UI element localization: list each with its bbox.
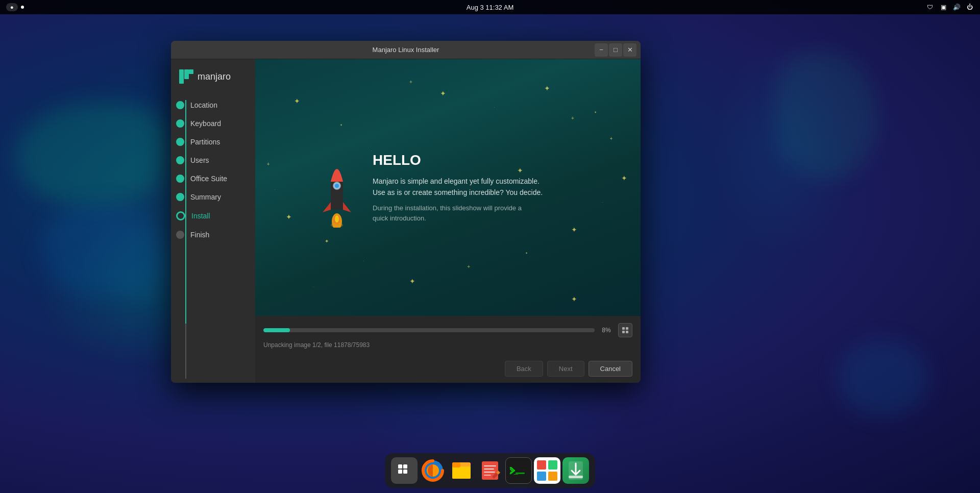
svg-rect-17 (403, 470, 407, 474)
slideshow: ✦ ✦ + ✦ · ✦ ✦ + ✦ · ✦ ✦ + ✦ · ✦ ✦ · + · (255, 59, 641, 316)
progress-status-text: Unpacking image 1/2, file 11878/75983 (263, 341, 632, 349)
step-dot-summary (176, 193, 184, 201)
installer-window: Manjaro Linux Installer − □ ✕ manjaro (171, 41, 641, 383)
svg-rect-0 (179, 69, 184, 84)
svg-rect-10 (622, 327, 625, 330)
step-label-finish: Finish (190, 231, 209, 239)
step-dot-partitions (176, 138, 184, 146)
maximize-button[interactable]: □ (609, 43, 622, 57)
progress-area: 8% Unpacking image 1/2, file 11878/75983 (255, 316, 641, 357)
next-button[interactable]: Next (547, 361, 584, 377)
step-dot-install (176, 211, 185, 220)
footer-buttons: Back Next Cancel (255, 357, 641, 383)
window-body: manjaro Location Keyboard Partitions (171, 59, 641, 383)
cancel-button[interactable]: Cancel (589, 361, 632, 377)
hello-subdescription: During the installation, this slideshow … (373, 203, 625, 223)
svg-rect-25 (484, 469, 494, 470)
dock-item-text-editor[interactable] (477, 457, 503, 484)
back-button[interactable]: Back (505, 361, 543, 377)
svg-rect-12 (622, 331, 625, 333)
taskbar-clock: Aug 3 11:32 AM (467, 4, 514, 11)
sidebar-item-keyboard[interactable]: Keyboard (171, 114, 255, 133)
titlebar: Manjaro Linux Installer − □ ✕ (171, 41, 641, 59)
step-label-install: Install (191, 212, 210, 220)
slideshow-icon (622, 327, 629, 334)
svg-rect-30 (537, 460, 546, 470)
svg-rect-22 (452, 462, 460, 467)
svg-rect-1 (184, 69, 189, 79)
progress-bar-background (263, 328, 595, 332)
step-label-location: Location (190, 101, 217, 109)
manjaro-logo-icon (179, 69, 193, 84)
power-icon: ⏻ (966, 3, 974, 11)
minimize-button[interactable]: − (595, 43, 608, 57)
svg-rect-32 (537, 472, 546, 481)
dock-item-terminal[interactable]: $_ (505, 457, 532, 484)
dock-item-app-grid[interactable] (391, 457, 418, 484)
svg-rect-27 (484, 475, 491, 476)
svg-point-8 (335, 184, 339, 188)
step-label-office-suite: Office Suite (190, 175, 227, 183)
hello-content: HELLO Manjaro is simple and elegant yet … (373, 152, 625, 224)
taskbar: ● Aug 3 11:32 AM 🛡 ▣ 🔊 ⏻ (0, 0, 980, 14)
svg-rect-11 (626, 327, 628, 330)
main-content: ✦ ✦ + ✦ · ✦ ✦ + ✦ · ✦ ✦ + ✦ · ✦ ✦ · + · (255, 59, 641, 383)
svg-rect-2 (189, 69, 193, 74)
dock-item-colors[interactable] (534, 457, 560, 484)
rocket-illustration (316, 146, 357, 230)
svg-rect-15 (403, 464, 407, 469)
taskbar-pill: ● (6, 3, 18, 11)
sidebar-item-install[interactable]: Install (171, 206, 255, 226)
sidebar-logo: manjaro (171, 69, 255, 96)
step-label-summary: Summary (190, 193, 221, 201)
step-dot-location (176, 101, 184, 109)
dock-item-files[interactable] (448, 457, 475, 484)
step-label-users: Users (190, 156, 209, 164)
svg-rect-26 (484, 472, 495, 473)
step-dot-office-suite (176, 175, 184, 183)
sidebar-item-summary[interactable]: Summary (171, 188, 255, 206)
steps-container: Location Keyboard Partitions Users Offic… (171, 96, 255, 383)
progress-row: 8% (263, 323, 632, 337)
step-label-partitions: Partitions (190, 138, 220, 146)
progress-slideshow-button[interactable] (618, 323, 632, 337)
dock-item-firefox[interactable] (420, 457, 446, 484)
svg-rect-14 (398, 464, 402, 469)
shield-icon: 🛡 (926, 3, 934, 11)
svg-rect-21 (452, 466, 471, 479)
close-button[interactable]: ✕ (623, 43, 636, 57)
window-title: Manjaro Linux Installer (373, 46, 439, 54)
svg-rect-16 (398, 470, 402, 474)
step-label-keyboard: Keyboard (190, 119, 221, 128)
svg-rect-31 (548, 460, 557, 470)
sidebar-item-office-suite[interactable]: Office Suite (171, 169, 255, 188)
logo-text: manjaro (198, 71, 231, 82)
dock-item-installer[interactable] (562, 457, 589, 484)
volume-icon: 🔊 (952, 3, 961, 11)
progress-percent: 8% (599, 327, 614, 334)
hello-title: HELLO (373, 152, 625, 168)
datetime-display: Aug 3 11:32 AM (467, 4, 514, 11)
svg-rect-13 (626, 331, 628, 333)
svg-point-5 (335, 215, 339, 223)
hello-description: Manjaro is simple and elegant yet fully … (373, 176, 625, 199)
progress-bar-fill (263, 328, 290, 332)
step-dot-finish (176, 231, 184, 239)
sidebar-item-finish[interactable]: Finish (171, 226, 255, 244)
window-controls: − □ ✕ (595, 43, 636, 57)
svg-rect-33 (548, 472, 557, 481)
sidebar-item-partitions[interactable]: Partitions (171, 133, 255, 151)
svg-rect-29 (516, 473, 525, 474)
svg-point-9 (331, 223, 343, 228)
step-dot-users (176, 156, 184, 164)
taskbar-right: 🛡 ▣ 🔊 ⏻ (926, 3, 974, 11)
svg-rect-24 (484, 465, 496, 466)
taskbar-dock: $_ (385, 453, 595, 488)
sidebar-item-location[interactable]: Location (171, 96, 255, 114)
window-icon: ▣ (939, 3, 947, 11)
sidebar: manjaro Location Keyboard Partitions (171, 59, 255, 383)
step-dot-keyboard (176, 119, 184, 128)
taskbar-left: ● (6, 3, 24, 11)
sidebar-item-users[interactable]: Users (171, 151, 255, 169)
svg-rect-35 (569, 476, 583, 478)
